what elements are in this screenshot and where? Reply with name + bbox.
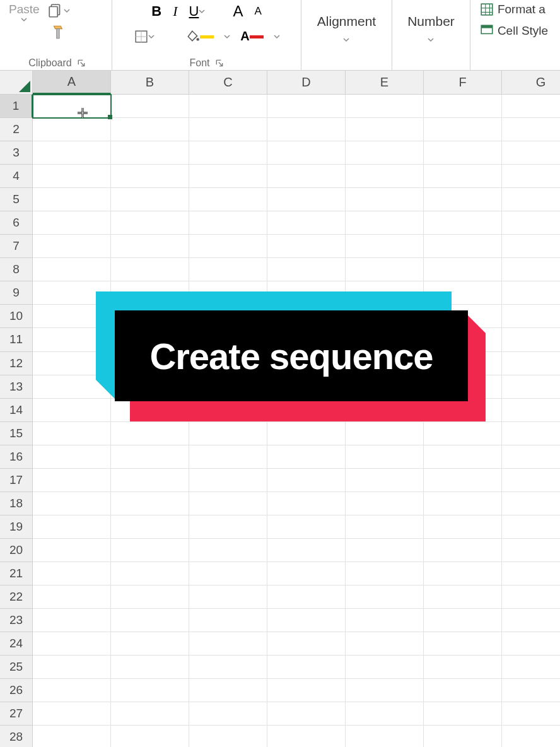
cell-G1[interactable] <box>502 95 560 118</box>
row-header-21[interactable]: 21 <box>0 562 33 585</box>
cell-styles-button[interactable]: Cell Style <box>479 23 549 39</box>
cell-E26[interactable] <box>346 679 424 702</box>
column-header-G[interactable]: G <box>502 71 560 94</box>
row-header-26[interactable]: 26 <box>0 679 33 702</box>
cell-D15[interactable] <box>267 422 346 445</box>
row-header-19[interactable]: 19 <box>0 515 33 539</box>
cell-A23[interactable] <box>33 609 111 632</box>
cell-E9[interactable] <box>346 281 424 305</box>
cell-C14[interactable] <box>189 399 267 422</box>
grow-font-button[interactable]: A <box>231 1 244 21</box>
cell-E12[interactable] <box>346 352 424 375</box>
cell-E20[interactable] <box>346 539 424 562</box>
cell-A11[interactable] <box>33 328 111 351</box>
cell-E2[interactable] <box>346 118 424 141</box>
cell-C15[interactable] <box>189 422 267 445</box>
cell-B15[interactable] <box>111 422 189 445</box>
cell-C20[interactable] <box>189 539 267 562</box>
cell-F26[interactable] <box>424 679 502 702</box>
cell-F1[interactable] <box>424 95 502 118</box>
cell-D11[interactable] <box>267 328 346 351</box>
cell-B19[interactable] <box>111 515 189 539</box>
cell-D10[interactable] <box>267 305 346 328</box>
cell-F4[interactable] <box>424 165 502 188</box>
row-header-11[interactable]: 11 <box>0 328 33 351</box>
cell-D27[interactable] <box>267 702 346 726</box>
cell-E4[interactable] <box>346 165 424 188</box>
cell-G17[interactable] <box>502 469 560 492</box>
cell-F23[interactable] <box>424 609 502 632</box>
cell-G16[interactable] <box>502 445 560 469</box>
cell-B8[interactable] <box>111 258 189 281</box>
cell-A13[interactable] <box>33 375 111 399</box>
fill-color-button[interactable] <box>185 28 215 45</box>
column-header-C[interactable]: C <box>189 71 267 94</box>
cell-C22[interactable] <box>189 585 267 609</box>
cell-F5[interactable] <box>424 188 502 211</box>
cell-G22[interactable] <box>502 585 560 609</box>
cell-B4[interactable] <box>111 165 189 188</box>
row-header-13[interactable]: 13 <box>0 375 33 399</box>
cell-E15[interactable] <box>346 422 424 445</box>
row-header-6[interactable]: 6 <box>0 211 33 235</box>
cell-C6[interactable] <box>189 211 267 235</box>
row-header-4[interactable]: 4 <box>0 165 33 188</box>
cell-A19[interactable] <box>33 515 111 539</box>
borders-button[interactable] <box>133 28 156 45</box>
cell-D18[interactable] <box>267 492 346 515</box>
cell-D1[interactable] <box>267 95 346 118</box>
cell-B25[interactable] <box>111 656 189 679</box>
cell-A24[interactable] <box>33 632 111 656</box>
cell-D20[interactable] <box>267 539 346 562</box>
cell-E13[interactable] <box>346 375 424 399</box>
cell-B20[interactable] <box>111 539 189 562</box>
cell-F11[interactable] <box>424 328 502 351</box>
cell-B2[interactable] <box>111 118 189 141</box>
paste-button[interactable]: Paste <box>6 1 42 24</box>
chevron-down-icon[interactable] <box>224 33 230 40</box>
cell-A12[interactable] <box>33 352 111 375</box>
row-header-1[interactable]: 1 <box>0 95 33 118</box>
cell-C3[interactable] <box>189 141 267 165</box>
cell-F9[interactable] <box>424 281 502 305</box>
cell-A20[interactable] <box>33 539 111 562</box>
cell-F20[interactable] <box>424 539 502 562</box>
row-header-23[interactable]: 23 <box>0 609 33 632</box>
cell-F27[interactable] <box>424 702 502 726</box>
cell-C21[interactable] <box>189 562 267 585</box>
column-header-A[interactable]: A <box>33 71 111 94</box>
cell-F15[interactable] <box>424 422 502 445</box>
cell-G15[interactable] <box>502 422 560 445</box>
column-header-B[interactable]: B <box>111 71 189 94</box>
row-header-25[interactable]: 25 <box>0 656 33 679</box>
row-header-15[interactable]: 15 <box>0 422 33 445</box>
chevron-down-icon[interactable] <box>274 33 280 40</box>
cell-G11[interactable] <box>502 328 560 351</box>
cell-B12[interactable] <box>111 352 189 375</box>
cell-B21[interactable] <box>111 562 189 585</box>
row-header-3[interactable]: 3 <box>0 141 33 165</box>
cell-G13[interactable] <box>502 375 560 399</box>
cell-B27[interactable] <box>111 702 189 726</box>
cell-A21[interactable] <box>33 562 111 585</box>
cell-E24[interactable] <box>346 632 424 656</box>
cell-E11[interactable] <box>346 328 424 351</box>
cell-F22[interactable] <box>424 585 502 609</box>
cell-C5[interactable] <box>189 188 267 211</box>
cell-F6[interactable] <box>424 211 502 235</box>
row-header-7[interactable]: 7 <box>0 235 33 258</box>
cell-F14[interactable] <box>424 399 502 422</box>
chevron-down-icon[interactable] <box>343 37 349 43</box>
cell-A4[interactable] <box>33 165 111 188</box>
cell-D28[interactable] <box>267 726 346 747</box>
cell-G12[interactable] <box>502 352 560 375</box>
select-all-corner[interactable] <box>0 71 33 94</box>
cell-D17[interactable] <box>267 469 346 492</box>
cell-D14[interactable] <box>267 399 346 422</box>
cell-D3[interactable] <box>267 141 346 165</box>
cell-D13[interactable] <box>267 375 346 399</box>
cell-D26[interactable] <box>267 679 346 702</box>
cell-B1[interactable] <box>111 95 189 118</box>
cell-E18[interactable] <box>346 492 424 515</box>
cell-B26[interactable] <box>111 679 189 702</box>
